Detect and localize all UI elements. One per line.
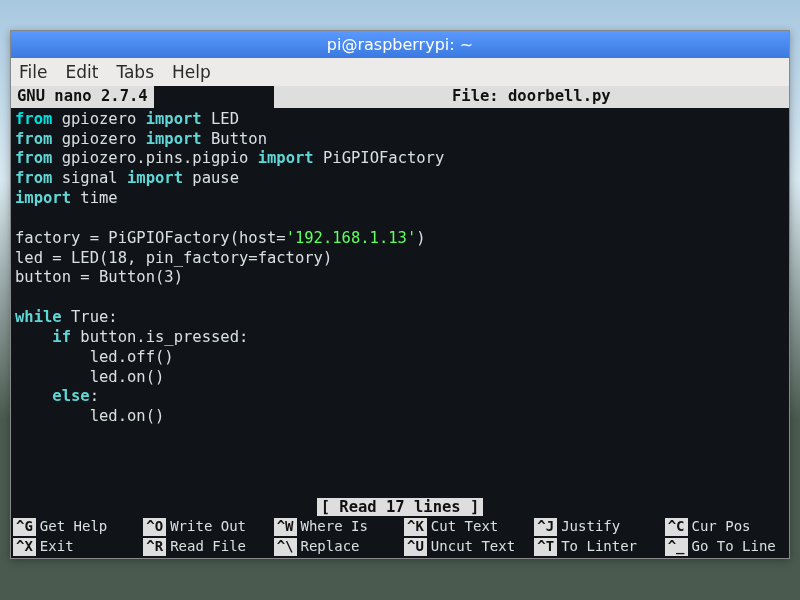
key-label: ^J [534, 518, 557, 536]
shortcut-where-is[interactable]: ^WWhere Is [274, 518, 396, 536]
indent [15, 328, 52, 346]
indent [15, 387, 52, 405]
key-desc: Replace [301, 538, 360, 556]
nano-version: GNU nano 2.7.4 [11, 86, 154, 108]
key-label: ^_ [665, 538, 688, 556]
blank-line [15, 288, 24, 306]
kw-import: import [15, 189, 71, 207]
key-desc: Uncut Text [431, 538, 515, 556]
code-text: led.on() [15, 407, 164, 425]
shortcut-get-help[interactable]: ^GGet Help [13, 518, 135, 536]
key-desc: Cur Pos [692, 518, 751, 536]
code-text: True: [62, 308, 118, 326]
key-label: ^K [404, 518, 427, 536]
terminal-window: pi@raspberrypi: ~ File Edit Tabs Help GN… [10, 30, 790, 559]
nano-filename: File: doorbell.py [274, 86, 789, 108]
key-label: ^W [274, 518, 297, 536]
kw-while: while [15, 308, 62, 326]
key-label: ^X [13, 538, 36, 556]
key-label: ^U [404, 538, 427, 556]
key-label: ^G [13, 518, 36, 536]
kw-else: else [52, 387, 89, 405]
key-desc: Go To Line [692, 538, 776, 556]
menu-help[interactable]: Help [172, 62, 211, 82]
shortcut-to-linter[interactable]: ^TTo Linter [534, 538, 656, 556]
code-text: time [71, 189, 118, 207]
menubar: File Edit Tabs Help [11, 58, 789, 86]
key-desc: Read File [170, 538, 246, 556]
key-label: ^C [665, 518, 688, 536]
kw-import: import [146, 130, 202, 148]
shortcut-cut-text[interactable]: ^KCut Text [404, 518, 526, 536]
blank-line [15, 209, 24, 227]
code-text: Button [202, 130, 267, 148]
code-text: gpiozero [52, 130, 145, 148]
key-label: ^O [143, 518, 166, 536]
kw-from: from [15, 149, 52, 167]
key-desc: Justify [561, 518, 620, 536]
shortcut-justify[interactable]: ^JJustify [534, 518, 656, 536]
code-text: ) [416, 229, 425, 247]
kw-from: from [15, 110, 52, 128]
code-text: button.is_pressed: [71, 328, 248, 346]
kw-from: from [15, 130, 52, 148]
kw-import: import [146, 110, 202, 128]
code-text: : [90, 387, 99, 405]
key-desc: Where Is [301, 518, 368, 536]
code-text: button = Button(3) [15, 268, 183, 286]
shortcut-replace[interactable]: ^\Replace [274, 538, 396, 556]
kw-from: from [15, 169, 52, 187]
code-text: signal [52, 169, 127, 187]
menu-file[interactable]: File [19, 62, 47, 82]
string-literal: '192.168.1.13' [286, 229, 417, 247]
code-text: gpiozero.pins.pigpio [52, 149, 257, 167]
terminal-area[interactable]: GNU nano 2.7.4 File: doorbell.py from gp… [11, 86, 789, 558]
key-label: ^T [534, 538, 557, 556]
key-desc: Cut Text [431, 518, 498, 536]
key-desc: To Linter [561, 538, 637, 556]
shortcut-cur-pos[interactable]: ^CCur Pos [665, 518, 787, 536]
code-text: LED [202, 110, 239, 128]
code-text: led.off() [15, 348, 174, 366]
key-label: ^R [143, 538, 166, 556]
menu-edit[interactable]: Edit [65, 62, 98, 82]
editor-content[interactable]: from gpiozero import LED from gpiozero i… [11, 108, 789, 427]
key-desc: Write Out [170, 518, 246, 536]
nano-header: GNU nano 2.7.4 File: doorbell.py [11, 86, 789, 108]
key-desc: Exit [40, 538, 74, 556]
desktop: pi@raspberrypi: ~ File Edit Tabs Help GN… [0, 0, 800, 559]
kw-import: import [258, 149, 314, 167]
menu-tabs[interactable]: Tabs [116, 62, 154, 82]
code-text: led.on() [15, 368, 164, 386]
shortcut-uncut-text[interactable]: ^UUncut Text [404, 538, 526, 556]
kw-if: if [52, 328, 71, 346]
code-text: led = LED(18, pin_factory=factory) [15, 249, 332, 267]
code-text: gpiozero [52, 110, 145, 128]
code-text: pause [183, 169, 239, 187]
key-desc: Get Help [40, 518, 107, 536]
shortcut-read-file[interactable]: ^RRead File [143, 538, 265, 556]
kw-import: import [127, 169, 183, 187]
nano-shortcuts: ^GGet Help ^OWrite Out ^WWhere Is ^KCut … [11, 518, 789, 558]
shortcut-go-to-line[interactable]: ^_Go To Line [665, 538, 787, 556]
nano-status: [ Read 17 lines ] [11, 498, 789, 518]
status-text: [ Read 17 lines ] [317, 498, 484, 516]
key-label: ^\ [274, 538, 297, 556]
shortcut-exit[interactable]: ^XExit [13, 538, 135, 556]
code-text: PiGPIOFactory [314, 149, 445, 167]
window-titlebar[interactable]: pi@raspberrypi: ~ [11, 31, 789, 58]
code-text: factory = PiGPIOFactory(host= [15, 229, 286, 247]
shortcut-write-out[interactable]: ^OWrite Out [143, 518, 265, 536]
